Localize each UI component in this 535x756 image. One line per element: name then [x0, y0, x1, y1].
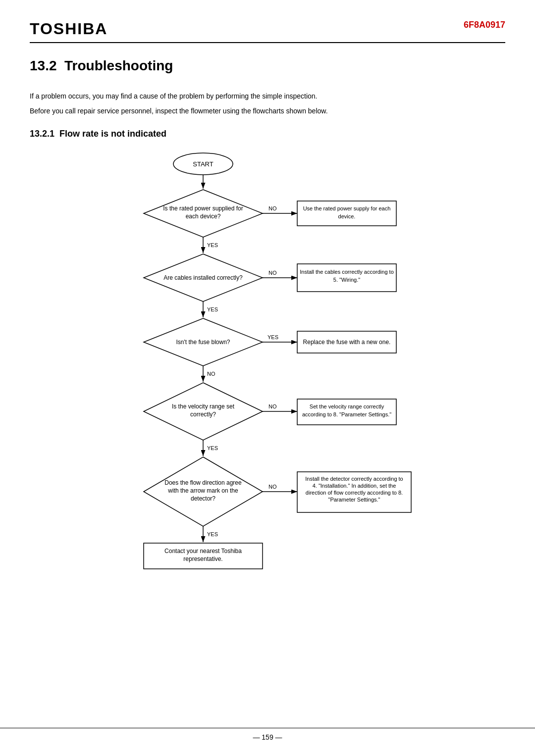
page: TOSHIBA 6F8A0917 13.2 Troubleshooting If…	[0, 0, 535, 756]
q1-yes-label: YES	[207, 242, 218, 248]
logo: TOSHIBA	[30, 20, 107, 38]
a1-line2: device.	[338, 213, 356, 219]
start-label: START	[193, 160, 213, 168]
q5-no-label: NO	[268, 484, 277, 490]
q4-line1: Is the velocity range set	[172, 403, 235, 410]
a5-line2: 4. "Installation." In addition, set the	[313, 483, 396, 489]
end-line1: Contact your nearest Toshiba	[164, 548, 242, 554]
q1-no-label: NO	[268, 205, 277, 211]
q5-line1: Does the flow direction agree	[164, 479, 242, 486]
a4-line1: Set the velocity range correctly	[310, 403, 384, 409]
a1-line1: Use the rated power supply for each	[303, 205, 391, 211]
intro-text-2: Before you call repair service personnel…	[30, 105, 505, 116]
header: TOSHIBA 6F8A0917	[30, 20, 505, 43]
q5-line3: detector?	[191, 495, 215, 502]
q5-line2: with the arrow mark on the	[167, 487, 238, 494]
q1-line1: Is the rated power supplied for	[163, 205, 243, 212]
q1-line2: each device?	[186, 213, 221, 220]
section-title: 13.2 Troubleshooting	[30, 58, 173, 74]
a5-line3: direction of flow correctly according to…	[306, 490, 403, 496]
a2-line2: 5. "Wiring."	[333, 277, 360, 283]
a5-line1: Install the detector correctly according…	[305, 476, 403, 482]
q2-no-label: NO	[268, 270, 277, 276]
q2-yes-label: YES	[207, 306, 218, 312]
q3-no-label: NO	[207, 371, 215, 377]
a5-line4: "Parameter Settings."	[328, 497, 380, 503]
page-number: — 159 —	[253, 733, 282, 741]
end-line2: representative.	[183, 555, 222, 562]
footer: — 159 —	[0, 728, 535, 741]
flowchart-svg: START Is the rated power supplied for ea…	[50, 149, 485, 624]
subsection-title: 13.2.1 Flow rate is not indicated	[30, 129, 505, 139]
q4-no-label: NO	[268, 403, 277, 409]
q3-text: Isn't the fuse blown?	[176, 339, 230, 346]
doc-number: 6F8A0917	[464, 20, 505, 30]
q3-yes-label: YES	[268, 334, 278, 340]
q4-line2: correctly?	[190, 411, 216, 418]
q4-yes-label: YES	[207, 445, 218, 451]
a4-line2: according to 8. "Parameter Settings."	[302, 411, 391, 417]
a3-text: Replace the fuse with a new one.	[303, 339, 391, 346]
flowchart: START Is the rated power supplied for ea…	[50, 149, 485, 624]
q2-text: Are cables installed correctly?	[163, 274, 243, 281]
q5-yes-label: YES	[207, 531, 218, 537]
a2-line1: Install the cables correctly according t…	[300, 269, 394, 275]
intro-text-1: If a problem occurs, you may find a caus…	[30, 91, 505, 101]
